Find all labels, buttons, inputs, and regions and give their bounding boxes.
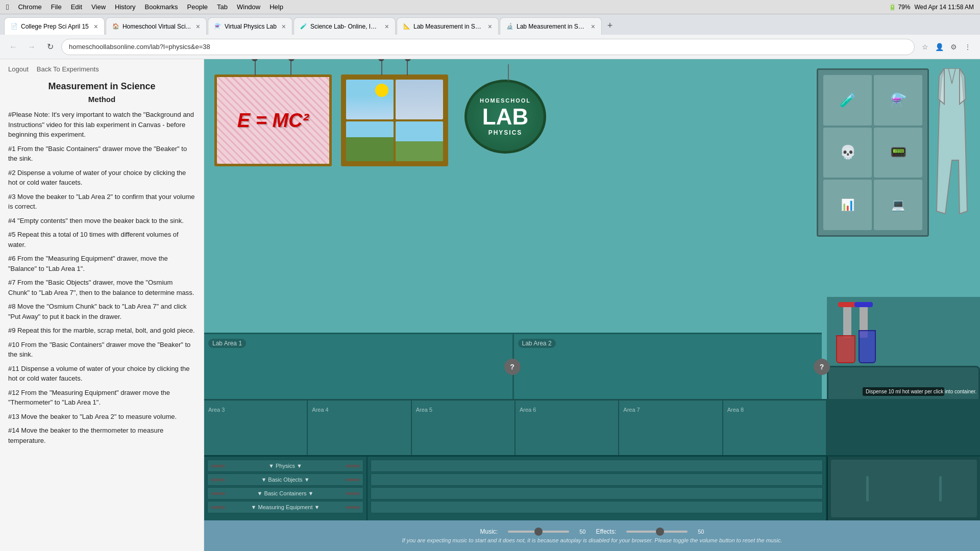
lab-area-4[interactable]: Area 4 [308,400,411,455]
lab-areas-middle: Area 3 Area 4 Area 5 Area 6 Area 7 Area … [204,399,980,455]
area2-nav-btn[interactable]: ? [814,359,830,375]
menu-edit[interactable]: Edit [71,3,82,11]
lab-areas-row1: Lab Area 1 ? Lab Area 2 ? [204,333,822,399]
menu-tab[interactable]: Tab [217,3,228,11]
area1-nav-btn[interactable]: ? [504,359,521,375]
address-icons: ☆ 👤 ⚙ ⋮ [919,41,974,53]
lab-area-7[interactable]: Area 7 [619,400,723,455]
tab-3[interactable]: ⚗️ Virtual Physics Lab × [208,17,292,35]
forward-button[interactable]: → [24,40,39,54]
window-dot-right [405,59,411,61]
tab-2-close[interactable]: × [196,22,200,31]
tab-5[interactable]: 📐 Lab Measurement in Sci... × [397,17,499,35]
drawer-handle-icon-7 [211,506,225,509]
sun [375,84,388,97]
sink-bowl: Dispense 10 ml hot water per click into … [827,366,980,399]
logout-link[interactable]: Logout [8,65,29,73]
lab-coat [934,68,970,221]
board-dot-left [252,59,258,61]
tab-4-close[interactable]: × [385,22,389,31]
refresh-button[interactable]: ↻ [43,40,57,54]
drawer-basic-objects[interactable]: ▼ Basic Objects ▼ [207,473,363,486]
apple-menu[interactable]:  [6,3,9,11]
menu-people[interactable]: People [187,3,208,11]
tab-6-title: Lab Measurement in Sci... [517,23,586,30]
tab-1[interactable]: 📄 College Prep Sci April 15 × [4,17,105,35]
instruction-11: #11 Dispense a volume of water of your c… [8,364,195,384]
back-button[interactable]: ← [6,40,20,54]
tab-5-close[interactable]: × [488,22,492,31]
menubar-right: 🔋 79% Wed Apr 14 11:58 AM [889,4,974,11]
menu-view[interactable]: View [91,3,106,11]
music-thumb[interactable] [534,528,543,536]
dispense-label: Dispense 10 ml hot water per click into … [863,387,944,396]
menu-history[interactable]: History [115,3,135,11]
drawer-measuring-equipment[interactable]: ▼ Measuring Equipment ▼ [207,501,363,513]
menu-file[interactable]: File [51,3,62,11]
menu-chrome[interactable]: Chrome [18,3,41,11]
instruction-14: #14 Move the beaker to the thermometer t… [8,425,195,445]
new-tab-button[interactable]: + [603,18,617,33]
drawer-physics-label[interactable]: ▼ Physics ▼ [268,463,302,469]
address-bar: ← → ↻ homeschoollabsonline.com/lab?l=phy… [0,35,980,59]
cabinet-instruments: 📊 [823,180,872,230]
tab-6[interactable]: 🔬 Lab Measurement in Sci... × [500,17,602,35]
lab-area-1[interactable]: Lab Area 1 ? [204,334,514,399]
menu-window[interactable]: Window [237,3,260,11]
drawer-column-left: ▼ Physics ▼ ▼ Basic Objects ▼ ▼ Basic Co… [204,457,368,520]
drawer-handle-icon-8 [346,506,360,509]
tab-6-close[interactable]: × [591,22,595,31]
tab-4[interactable]: 🧪 Science Lab- Online, Int... × [293,17,396,35]
url-bar[interactable]: homeschoollabsonline.com/lab?l=physics&e… [61,39,915,55]
window-board [341,74,448,166]
instruction-6: #6 From the "Measuring Equipment" drawer… [8,254,195,273]
tab-3-close[interactable]: × [282,22,286,31]
drawer-mid-2 [371,473,823,486]
menu-help[interactable]: Help [270,3,283,11]
window-wire-right [407,59,408,76]
datetime: Wed Apr 14 11:58 AM [914,4,974,11]
tab-4-title: Science Lab- Online, Int... [310,23,380,30]
effects-thumb[interactable] [656,528,664,536]
cabinet-beaker[interactable]: 🧪 [823,75,872,126]
more-icon[interactable]: ⋮ [962,41,974,53]
instruction-9: #9 Repeat this for the marble, scrap met… [8,325,195,336]
effects-slider[interactable] [626,531,688,533]
window-pane-sky [346,80,394,119]
sidebar-nav: Logout Back To Experiments [8,65,195,73]
tab-5-title: Lab Measurement in Sci... [413,23,483,30]
drawer-handle-icon-1 [211,465,225,467]
einstein-board-inner: E = MC² [214,74,332,166]
sink-lower-area [827,400,980,455]
lab-area-6[interactable]: Area 6 [516,400,619,455]
extensions-icon[interactable]: ⚙ [947,41,960,53]
drawer-basic-containers[interactable]: ▼ Basic Containers ▼ [207,487,363,499]
sidebar-title: Measurement in Science [8,81,195,92]
lab-sign-oval: HOMESCHOOL LAB PHYSICS [464,80,546,154]
lab-area-1-label: Lab Area 1 [208,339,246,348]
mac-menubar:  Chrome File Edit View History Bookmark… [0,0,980,14]
drawer-measuring-equipment-label: ▼ Measuring Equipment ▼ [251,504,320,510]
einstein-board[interactable]: E = MC² [214,74,332,166]
lab-area-2[interactable]: Lab Area 2 ? [514,334,822,399]
cabinet-meter[interactable]: 📟 [874,128,922,178]
music-slider[interactable] [508,531,569,533]
tab-1-close[interactable]: × [94,22,98,31]
bookmark-icon[interactable]: ☆ [919,41,931,53]
beaker-hot[interactable] [836,335,855,363]
drawer-mid-3 [371,487,823,499]
faucet-hot[interactable] [843,302,851,338]
drawer-column-right [827,457,980,520]
tab-1-favicon: 📄 [11,23,18,30]
tab-2[interactable]: 🏠 Homeschool Virtual Sci... × [106,17,207,35]
lab-area-5[interactable]: Area 5 [412,400,516,455]
beaker-cold[interactable] [859,330,876,363]
menu-bookmarks[interactable]: Bookmarks [145,3,178,11]
cabinet-flask[interactable]: ⚗️ [874,75,922,126]
tab-1-title: College Prep Sci April 15 [21,23,89,30]
profile-icon[interactable]: 👤 [933,41,945,53]
autoplay-notice: If you are expecting music to start and … [402,537,782,543]
back-to-experiments-link[interactable]: Back To Experiments [37,65,99,73]
lab-area-3[interactable]: Area 3 [204,400,308,455]
lab-area-8[interactable]: Area 8 [723,400,827,455]
